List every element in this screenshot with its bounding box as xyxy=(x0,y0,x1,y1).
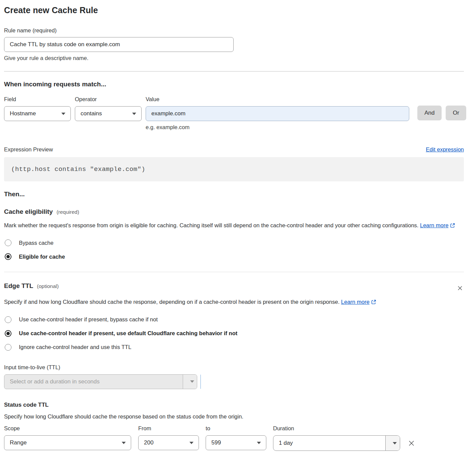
value-column: Value e.g. example.com xyxy=(146,96,409,130)
edge-ttl-option-default[interactable]: Use cache-control header if present, use… xyxy=(4,330,464,337)
field-label: Field xyxy=(4,96,71,103)
radio-unselected-icon[interactable] xyxy=(5,344,11,351)
operator-label: Operator xyxy=(75,96,142,103)
then-heading: Then... xyxy=(4,191,464,198)
external-link-icon xyxy=(371,298,376,307)
close-icon xyxy=(408,443,415,448)
chevron-down-icon xyxy=(132,113,136,115)
ttl-select-arrow-box[interactable] xyxy=(183,375,197,389)
chevron-down-icon xyxy=(190,380,194,383)
from-select-value: 200 xyxy=(144,439,153,446)
field-select-value: Hostname xyxy=(10,110,36,117)
to-select-value: 599 xyxy=(211,439,221,446)
edit-expression-link[interactable]: Edit expression xyxy=(426,146,464,153)
edge-ttl-heading: Edge TTL xyxy=(4,282,33,290)
section-divider xyxy=(4,272,464,272)
eligible-for-cache-label: Eligible for cache xyxy=(19,254,65,260)
create-cache-rule-form: Create new Cache Rule Rule name (require… xyxy=(0,0,476,459)
scope-select-value: Range xyxy=(10,439,27,446)
expression-preview-code: (http.host contains "example.com") xyxy=(4,157,464,181)
field-column: Field Hostname xyxy=(4,96,71,130)
from-column: From 200 xyxy=(138,425,199,450)
radio-selected-icon[interactable] xyxy=(5,330,11,337)
cache-eligibility-required-badge: (required) xyxy=(57,209,79,215)
edge-ttl-heading-row: Edge TTL (optional) xyxy=(4,282,464,292)
operator-column: Operator contains xyxy=(75,96,142,130)
close-icon xyxy=(457,287,463,292)
chevron-down-icon xyxy=(61,113,65,115)
status-code-ttl-row: Scope Range From 200 to 599 Duration 1 d… xyxy=(4,425,464,451)
edge-ttl-option-bypass-label: Use cache-control header if present, byp… xyxy=(19,316,158,323)
to-label: to xyxy=(206,425,266,432)
match-condition-row: Field Hostname Operator contains Value e… xyxy=(4,96,464,130)
radio-selected-icon[interactable] xyxy=(5,253,11,260)
edge-ttl-learn-more-link[interactable]: Learn more xyxy=(341,299,369,305)
operator-select-value: contains xyxy=(81,110,102,117)
scope-label: Scope xyxy=(4,425,131,432)
external-link-icon xyxy=(450,221,455,231)
edge-ttl-option-ignore-label: Ignore cache-control header and use this… xyxy=(19,344,131,350)
duration-column: Duration 1 day xyxy=(273,425,400,451)
bypass-cache-label: Bypass cache xyxy=(19,240,54,246)
match-heading: When incoming requests match... xyxy=(4,81,464,88)
value-hint: e.g. example.com xyxy=(146,124,409,130)
and-button[interactable]: And xyxy=(417,106,442,120)
value-label: Value xyxy=(146,96,409,103)
rule-name-help: Give your rule a descriptive name. xyxy=(4,55,464,61)
from-select[interactable]: 200 xyxy=(138,435,199,450)
section-divider xyxy=(4,71,464,71)
remove-status-code-row-button[interactable] xyxy=(407,439,416,448)
edge-ttl-option-default-label: Use cache-control header if present, use… xyxy=(19,330,237,337)
value-input[interactable] xyxy=(146,106,409,121)
edge-ttl-close-button[interactable] xyxy=(456,284,464,292)
to-column: to 599 xyxy=(206,425,266,450)
ttl-select-placeholder: Select or add a duration in seconds xyxy=(4,375,183,389)
bypass-cache-option[interactable]: Bypass cache xyxy=(4,239,464,246)
edge-ttl-option-ignore[interactable]: Ignore cache-control header and use this… xyxy=(4,344,464,351)
learn-more-label: Learn more xyxy=(420,222,448,228)
radio-unselected-icon[interactable] xyxy=(5,316,11,323)
duration-arrow-box[interactable] xyxy=(385,436,400,451)
edge-ttl-optional-badge: (optional) xyxy=(37,283,59,289)
ttl-duration-select[interactable]: Select or add a duration in seconds xyxy=(4,374,197,389)
from-label: From xyxy=(138,425,199,432)
edge-ttl-option-bypass[interactable]: Use cache-control header if present, byp… xyxy=(4,316,464,323)
cache-eligibility-description: Mark whether the request's response from… xyxy=(4,221,458,231)
edge-ttl-heading-group: Edge TTL (optional) xyxy=(4,282,59,290)
scope-column: Scope Range xyxy=(4,425,131,450)
cache-eligibility-heading: Cache eligibility xyxy=(4,208,53,215)
rule-name-input[interactable] xyxy=(4,37,234,52)
status-code-ttl-description: Specify how long Cloudflare should cache… xyxy=(4,413,464,420)
operator-select[interactable]: contains xyxy=(75,106,142,121)
chevron-down-icon xyxy=(257,442,261,444)
scope-select[interactable]: Range xyxy=(4,435,131,450)
chevron-down-icon xyxy=(189,442,194,444)
duration-label: Duration xyxy=(273,425,400,432)
expression-header: Expression Preview Edit expression xyxy=(4,146,464,153)
chevron-down-icon xyxy=(122,442,126,444)
cache-eligibility-description-text: Mark whether the request's response from… xyxy=(4,222,418,228)
learn-more-label: Learn more xyxy=(341,299,369,305)
rule-name-group: Rule name (required) Give your rule a de… xyxy=(4,27,464,61)
expression-preview-label: Expression Preview xyxy=(4,146,53,153)
cache-eligibility-learn-more-link[interactable]: Learn more xyxy=(420,222,448,228)
field-select[interactable]: Hostname xyxy=(4,106,71,121)
duration-value: 1 day xyxy=(273,436,385,451)
edge-ttl-description-text: Specify if and how long Cloudflare shoul… xyxy=(4,299,339,305)
expression-code-text: (http.host contains "example.com") xyxy=(11,166,145,173)
or-button[interactable]: Or xyxy=(446,106,466,120)
ttl-input-label: Input time-to-live (TTL) xyxy=(4,364,464,371)
duration-combobox[interactable]: 1 day xyxy=(273,435,400,451)
radio-unselected-icon[interactable] xyxy=(5,239,11,246)
status-code-ttl-heading: Status code TTL xyxy=(4,402,464,408)
to-select[interactable]: 599 xyxy=(206,435,266,450)
text-cursor-indicator xyxy=(200,375,201,389)
ttl-input-row: Select or add a duration in seconds xyxy=(4,374,464,389)
page-title: Create new Cache Rule xyxy=(4,5,464,15)
cache-eligibility-heading-row: Cache eligibility (required) xyxy=(4,208,464,215)
edge-ttl-description: Specify if and how long Cloudflare shoul… xyxy=(4,297,377,307)
eligible-for-cache-option[interactable]: Eligible for cache xyxy=(4,253,464,260)
chevron-down-icon xyxy=(393,442,397,444)
rule-name-label: Rule name (required) xyxy=(4,27,464,34)
